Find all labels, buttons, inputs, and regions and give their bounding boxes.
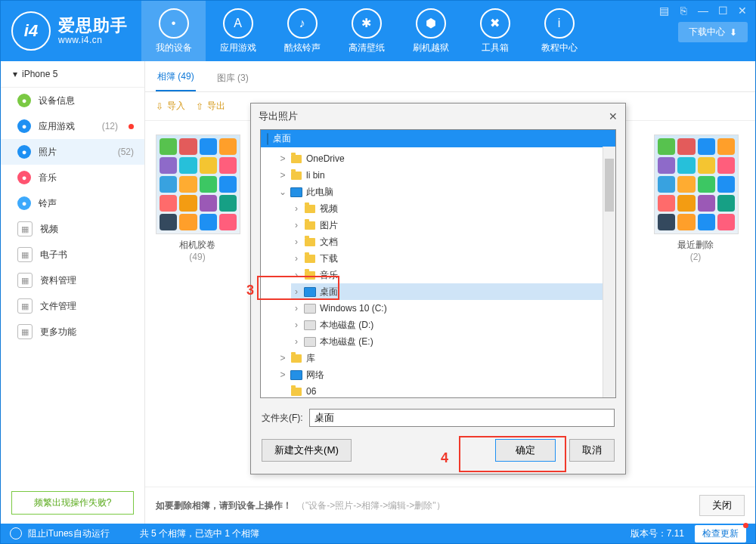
tree-node[interactable]: ›桌面 [291,283,615,300]
annotation-4-box [459,436,566,472]
music-icon: ● [17,171,31,184]
hint-path: （"设备->照片->相簿->编辑->删除"） [296,499,445,512]
tutorial-icon: i [544,8,575,39]
tree-node[interactable]: >li bin [277,167,615,184]
album-thumb [156,134,240,234]
tab-1[interactable]: 图库 (3) [215,64,250,91]
nav-apps[interactable]: A应用游戏 [206,1,270,61]
app-header: i4 爱思助手 www.i4.cn •我的设备A应用游戏♪酷炫铃声✱高清壁纸⬢刷… [1,1,755,61]
logo-icon: i4 [11,11,51,51]
export-button[interactable]: ⇧导出 [196,100,225,113]
sidebar-item-data[interactable]: ▦资料管理 [1,267,144,293]
version-text: 版本号：7.11 [631,527,684,540]
nav-wallpapers[interactable]: ✱高清壁纸 [334,1,398,61]
sidebar-item-apps[interactable]: ●应用游戏(12) [1,113,144,139]
tree-node[interactable]: >网络 [277,366,615,383]
apps-icon: A [223,8,253,39]
sidebar: ▾ iPhone 5 ●设备信息●应用游戏(12)●照片(52)●音乐●铃声▦视… [1,61,145,524]
sidebar-item-file[interactable]: ▦文件管理 [1,293,144,319]
new-folder-button[interactable]: 新建文件夹(M) [262,439,352,462]
ringtones-icon: ♪ [287,8,318,39]
album-1[interactable]: 最近删除(2) [654,134,737,473]
download-icon: ⬇ [730,27,737,38]
wallpapers-icon: ✱ [352,8,382,39]
itunes-block-label[interactable]: 阻止iTunes自动运行 [28,527,110,540]
sidebar-item-music[interactable]: ●音乐 [1,165,144,190]
sidebar-item-info[interactable]: ●设备信息 [1,88,144,113]
import-button[interactable]: ⇩导入 [156,100,185,113]
ebook-icon: ▦ [17,247,33,262]
import-icon: ⇩ [156,101,163,112]
album-thumb [654,134,739,234]
annotation-3: 3 [246,283,254,298]
ring-icon: ● [17,196,31,210]
file-icon: ▦ [17,298,33,314]
dialog-title: 导出照片 [259,110,298,123]
nav-ringtones[interactable]: ♪酷炫铃声 [270,1,334,61]
sidebar-item-more[interactable]: ▦更多功能 [1,319,144,345]
brand: i4 爱思助手 www.i4.cn [1,1,141,61]
data-icon: ▦ [17,273,33,288]
maximize-icon[interactable]: ☐ [717,5,728,16]
close-window-icon[interactable]: ✕ [737,5,748,16]
check-update-button[interactable]: 检查更新 [695,525,746,542]
sidebar-item-ebook[interactable]: ▦电子书 [1,242,144,267]
status-summary: 共 5 个相簿，已选中 1 个相簿 [140,527,260,540]
tree-node[interactable]: ›图片 [291,217,615,233]
nav-device[interactable]: •我的设备 [141,1,206,61]
shirt-icon[interactable]: ⎘ [678,5,689,16]
tree-node[interactable]: ›本地磁盘 (E:) [291,333,615,350]
tree-node[interactable]: >OneDrive [277,150,615,167]
sidebar-item-video[interactable]: ▦视频 [1,216,144,242]
tree-node[interactable]: ›文档 [291,233,615,250]
folder-field-label: 文件夹(F): [262,412,303,425]
tree-node-pc[interactable]: ⌄此电脑 [277,184,615,200]
help-link[interactable]: 频繁出现操作失败? [11,491,134,515]
tab-0[interactable]: 相簿 (49) [156,63,196,91]
download-center-button[interactable]: 下载中心 ⬇ [678,22,748,42]
album-0[interactable]: 相机胶卷(49) [156,134,239,473]
flash-icon: ⬢ [416,8,446,39]
close-hint-button[interactable]: 关闭 [699,495,745,516]
cancel-button[interactable]: 取消 [569,439,615,462]
nav-tutorial[interactable]: i教程中心 [527,1,591,61]
apps-icon: ● [17,119,31,133]
status-bar: 阻止iTunes自动运行 共 5 个相簿，已选中 1 个相簿 版本号：7.11 … [1,524,755,543]
device-selector[interactable]: ▾ iPhone 5 [1,61,144,88]
tree-node[interactable]: ›视频 [291,200,615,217]
nav-flash[interactable]: ⬢刷机越狱 [398,1,463,61]
export-icon: ⇧ [196,101,203,112]
sidebar-item-ring[interactable]: ●铃声 [1,190,144,216]
sidebar-item-photos[interactable]: ●照片(52) [1,139,144,165]
chevron-down-icon: ▾ [13,69,17,79]
tree-node[interactable]: ›下载 [291,250,615,267]
info-icon: ● [17,94,31,107]
tree-node[interactable]: 06 [277,383,615,398]
scrollbar[interactable] [603,147,615,397]
folder-path-input[interactable] [309,409,615,427]
badge-dot [129,124,134,129]
annotation-3-box [257,276,339,300]
video-icon: ▦ [17,221,33,236]
tabs: 相簿 (49)图库 (3) [145,61,755,92]
dialog-close-icon[interactable]: ✕ [609,110,618,122]
tree-node[interactable]: ›本地磁盘 (D:) [291,317,615,333]
hint-text: 如要删除相簿，请到设备上操作！ [156,499,292,512]
tree-root[interactable]: 桌面 [261,130,615,147]
device-name: iPhone 5 [22,69,57,79]
device-icon: • [159,8,189,39]
clothes-icon[interactable]: ▤ [658,5,669,16]
nav-tools[interactable]: ✖工具箱 [463,1,527,61]
annotation-4: 4 [441,450,448,466]
itunes-block-icon[interactable] [10,527,22,539]
brand-title: 爱思助手 [58,17,128,35]
tree-node[interactable]: >库 [277,350,615,366]
hint-bar: 如要删除相簿，请到设备上操作！ （"设备->照片->相簿->编辑->删除"） 关… [145,487,755,524]
brand-url: www.i4.cn [58,36,128,45]
top-nav: •我的设备A应用游戏♪酷炫铃声✱高清壁纸⬢刷机越狱✖工具箱i教程中心 [141,1,646,61]
tree-node[interactable]: ›音乐 [291,267,615,283]
more-icon: ▦ [17,324,33,339]
photos-icon: ● [17,145,31,159]
tree-node[interactable]: ›Windows 10 (C:) [291,300,615,317]
minimize-icon[interactable]: — [698,5,708,16]
